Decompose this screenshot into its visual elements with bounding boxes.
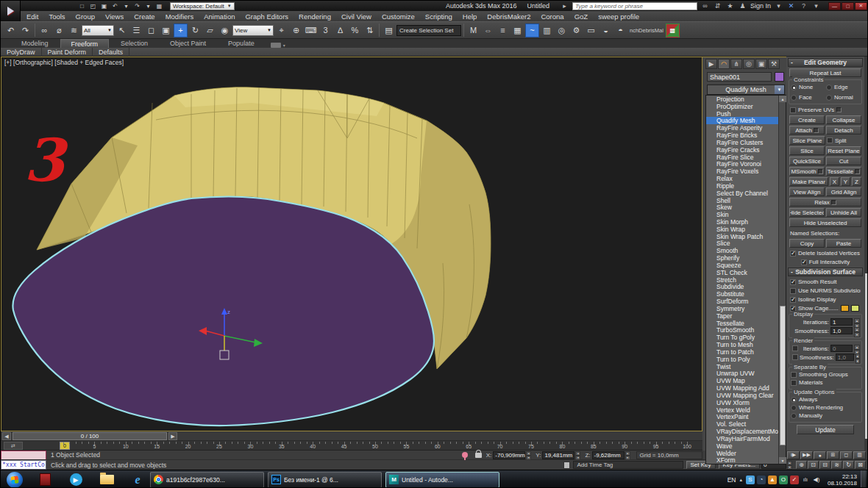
edit-named-selections-icon[interactable]: ▤ [382,24,396,37]
spinner-snap-icon[interactable]: ⇅ [363,24,377,37]
use-pivot-point-icon[interactable]: ⌖ [274,24,288,37]
modifier-option-rayfire-asperity[interactable]: RayFire Asperity [706,124,778,132]
select-and-rotate-icon[interactable]: ↻ [188,24,202,37]
tray-expand-icon[interactable]: ▴ [739,477,742,483]
modifier-option-push[interactable]: Push [706,110,778,118]
current-frame-marker[interactable]: 0 [60,442,70,450]
menu-item-animation[interactable]: Animation [199,11,240,21]
make-planar-y-button[interactable]: Y [841,177,850,186]
constraint-none-radio[interactable]: None [791,84,825,90]
y-coord-spinner[interactable]: ▲▼ [575,451,580,459]
undo-dropdown-icon[interactable]: ▾ [121,2,131,10]
unlink-selection-icon[interactable]: ⌀ [52,24,66,37]
modifier-option-rayfire-voxels[interactable]: RayFire Voxels [706,168,778,175]
paste-button[interactable]: Paste [826,239,861,248]
next-frame-arrow[interactable]: ▶ [168,432,177,440]
quickslice-button[interactable]: QuickSlice [789,157,825,165]
select-and-manipulate-icon[interactable]: ⊕ [289,24,303,37]
keyboard-override-icon[interactable]: ⌨ [304,24,318,37]
undo-icon[interactable]: ↶ [4,24,18,37]
maxtoolbox-icon[interactable]: ▩ [666,24,680,37]
tab-utilities[interactable]: ⚒ [768,59,780,69]
time-configuration-icon[interactable]: ⊞ [827,451,839,459]
bind-to-space-warp-icon[interactable]: ≋ [67,24,81,37]
modifier-option-vertex-weld[interactable]: Vertex Weld [706,406,778,414]
ribbon-options[interactable]: ▾ [271,43,285,48]
modifier-option-rayfire-slice[interactable]: RayFire Slice [706,154,778,161]
save-file-icon[interactable]: ▣ [99,2,109,10]
material-editor-icon[interactable]: ◎ [555,24,569,37]
split-checkbox[interactable]: Split [827,136,861,145]
modifier-option-vertexpaint[interactable]: VertexPaint [706,413,778,420]
search-input[interactable] [572,2,697,10]
ribbon-tab-populate[interactable]: Populate [218,39,265,48]
render-smoothness-spinner[interactable]: ▲▼ [855,354,860,361]
modifier-option-tessellate[interactable]: Tessellate [706,320,778,327]
modifier-option-uvw-xform[interactable]: UVW Xform [706,399,778,406]
modifier-option-welder[interactable]: Welder [706,450,778,457]
modifier-option-turn-to-gpoly[interactable]: Turn To gPoly [706,334,778,341]
maximize-viewport-icon[interactable]: ⊠ [855,461,866,469]
next-frame-button[interactable]: ı▶ [787,451,800,459]
collapse-button[interactable]: Collapse [826,115,861,124]
tab-modify[interactable]: ◠ [718,59,730,69]
z-coord-spinner[interactable]: ▲▼ [625,451,630,459]
materials-checkbox[interactable]: Materials [791,379,860,386]
modifier-option-surfdeform[interactable]: SurfDeform [706,298,778,305]
pinned-internet-explorer[interactable]: e [129,472,146,488]
track-bar[interactable]: ⇄ 0 510152025303540455055606570758085909… [1,441,702,451]
edit-geometry-rollout-header[interactable]: - Edit Geometry [788,58,863,67]
render-smoothness-field[interactable]: 1,0 [836,354,854,361]
modifier-option-skin-wrap[interactable]: Skin Wrap [706,226,778,233]
make-planar-z-button[interactable]: Z [852,177,861,186]
menu-item-civil-view[interactable]: Civil View [336,11,377,21]
modifier-option-symmetry[interactable]: Symmetry [706,305,778,312]
scroll-down-icon[interactable]: ▼ [779,457,786,464]
modifier-option-rayfire-cracks[interactable]: RayFire Cracks [706,146,778,154]
menu-item-goz[interactable]: GoZ [569,11,593,21]
render-iterations-checkbox[interactable] [792,345,798,351]
tray-network-icon[interactable]: ılı [801,476,810,484]
make-planar-x-button[interactable]: X [830,177,839,186]
modifier-option-relax[interactable]: Relax [706,175,778,182]
taskbar-clock[interactable]: 22:1308.10.2018 [828,473,857,487]
relax-button-settings-box[interactable] [831,200,836,205]
modifier-option-quadify-mesh[interactable]: Quadify Mesh [706,117,778,124]
menu-item-sweep-profile[interactable]: sweep profile [593,11,644,21]
exchange-apps-icon[interactable]: ✕ [786,2,796,10]
select-object-icon[interactable]: ↖ [115,24,129,37]
modifier-option-subdivide[interactable]: Subdivide [706,284,778,291]
ribbon-tab-modeling[interactable]: Modeling [11,39,59,48]
mirror-icon[interactable]: M [466,24,480,37]
ribbon-subtab-paint-deform[interactable]: Paint Deform [42,48,93,57]
modifier-option-turn-to-patch[interactable]: Turn to Patch [706,348,778,356]
select-and-place-icon[interactable]: ◉ [218,24,232,37]
tab-display[interactable]: ▣ [755,59,767,69]
time-slider[interactable]: 0 / 100 [13,432,167,440]
layer-manager-icon[interactable]: ≡ [496,24,510,37]
maximize-button[interactable]: □ [842,2,854,10]
key-mode-toggle-icon[interactable]: ● [814,451,826,459]
menu-item-graph-editors[interactable]: Graph Editors [240,11,294,21]
render-iterations-field[interactable]: 0 [830,345,853,352]
render-production-icon[interactable]: ◒ [599,24,613,37]
combo-dropdown-icon[interactable]: ▼ [775,85,784,94]
object-color-swatch[interactable] [775,72,784,82]
select-and-move-icon[interactable]: + [174,24,188,37]
isoline-display-checkbox[interactable]: Isoline Display [790,296,861,303]
delete-isolated-vertices-checkbox[interactable]: Delete Isolated Vertices [790,250,861,256]
project-folder-icon[interactable]: ▦ [154,2,164,10]
viewport-label[interactable]: [+] [Orthographic] [Shaded + Edged Faces… [4,59,124,66]
modifier-option-xform[interactable]: XForm [706,456,778,464]
modifier-option-uvw-map[interactable]: UVW Map [706,377,778,384]
tray-update-icon[interactable]: ▲ [768,476,777,484]
schematic-view-icon[interactable]: ▥ [540,24,554,37]
attach-button-settings-box[interactable] [814,128,819,133]
select-by-name-icon[interactable]: ☰ [129,24,143,37]
modifier-option-select-by-channel[interactable]: Select By Channel [706,190,778,197]
scroll-thumb[interactable] [780,306,786,445]
x-coord-field[interactable]: -70,909mm [493,451,525,459]
smoothing-groups-checkbox[interactable]: Smoothing Groups [791,371,860,378]
display-smoothness-spinner[interactable]: ▲▼ [854,327,860,334]
angle-snap-icon[interactable]: ∆ [333,24,347,37]
